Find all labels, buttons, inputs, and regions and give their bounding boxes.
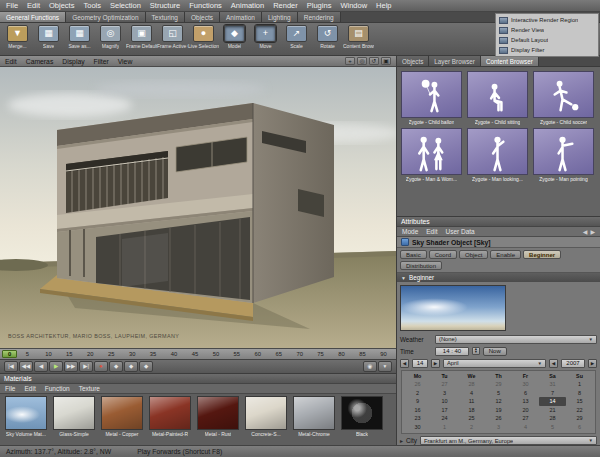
calendar-day[interactable]: 15 [566, 397, 593, 406]
calendar-day[interactable]: 3 [431, 389, 458, 398]
render-view-item[interactable]: Render View [497, 25, 597, 35]
calendar-day[interactable]: 2 [458, 423, 485, 432]
viewport-menu-item[interactable]: Filter [94, 58, 109, 65]
attributes-menu-item[interactable]: Mode [402, 228, 418, 235]
weather-dropdown[interactable]: (None) ▼ [435, 335, 597, 344]
scale-icon[interactable]: ↗ Scale [281, 25, 312, 55]
calendar-day[interactable]: 1 [431, 423, 458, 432]
now-button[interactable]: Now [483, 347, 507, 356]
menu-item[interactable]: Tools [83, 1, 101, 10]
material-item[interactable]: Metal-Painted-R [147, 396, 193, 443]
menu-item[interactable]: Edit [27, 1, 40, 10]
content-item[interactable]: Zygote - Child ballon [400, 71, 463, 125]
palette-tab[interactable]: Animation [220, 12, 262, 22]
view-maximize-icon[interactable]: ▣ [381, 57, 391, 65]
key-position-button[interactable]: ◆ [109, 361, 123, 372]
key-parameter-button[interactable]: ◉ [363, 361, 377, 372]
calendar-day[interactable]: 26 [404, 380, 431, 389]
manager-tab[interactable]: Layer Browser [429, 56, 481, 66]
viewport-menu-item[interactable]: Cameras [26, 58, 54, 65]
calendar-day[interactable]: 6 [566, 423, 593, 432]
next-day-button[interactable]: ▶ [431, 359, 440, 368]
frame-active-objects-icon[interactable]: ◱ Frame Active Objects [157, 25, 188, 55]
calendar-day[interactable]: 25 [458, 414, 485, 423]
menu-item[interactable]: Structure [150, 1, 180, 10]
time-field[interactable]: 14 : 40 [435, 347, 469, 356]
calendar-day[interactable]: 16 [404, 406, 431, 415]
palette-tab[interactable]: Lighting [262, 12, 298, 22]
calendar-day[interactable]: 29 [566, 414, 593, 423]
prev-key-button[interactable]: ◀◀ [19, 361, 33, 372]
time-stepper[interactable]: ▲▼ [472, 347, 480, 356]
timeline-ruler[interactable]: 051015202530354045505560657075808590 [0, 348, 396, 359]
palette-tab[interactable]: General Functions [0, 12, 66, 22]
calendar-day[interactable]: 9 [404, 397, 431, 406]
content-browser-icon[interactable]: ▤ Content Browser [343, 25, 374, 55]
content-item[interactable]: Zygote - Man & Wom... [400, 128, 463, 182]
calendar-day[interactable]: 2 [404, 389, 431, 398]
save-as-icon[interactable]: ▦ Save as... [64, 25, 95, 55]
calendar-day[interactable]: 31 [539, 380, 566, 389]
content-item[interactable]: Zygote - Man pointing [532, 128, 595, 182]
material-item[interactable]: Concrete-S... [243, 396, 289, 443]
content-item[interactable]: Zygote - Man looking... [466, 128, 529, 182]
viewport-menu-item[interactable]: View [118, 58, 133, 65]
interactive-render-region-item[interactable]: Interactive Render Region [497, 15, 597, 25]
calendar-day[interactable]: 21 [539, 406, 566, 415]
calendar-day[interactable]: 12 [485, 397, 512, 406]
menu-item[interactable]: Functions [189, 1, 222, 10]
menu-item[interactable]: File [6, 1, 18, 10]
calendar-day[interactable]: 4 [512, 423, 539, 432]
object-title-row[interactable]: Sky Shader Object [Sky] [397, 237, 600, 248]
materials-menu-item[interactable]: File [5, 385, 15, 392]
manager-tab[interactable]: Content Browser [481, 56, 539, 66]
calendar-day[interactable]: 3 [485, 423, 512, 432]
manager-tab[interactable]: Objects [397, 56, 429, 66]
calendar-day[interactable]: 11 [458, 397, 485, 406]
attributes-menu-item[interactable]: Edit [426, 228, 437, 235]
magnify-icon[interactable]: ◎ Magnify [95, 25, 126, 55]
calendar-day[interactable]: 27 [512, 414, 539, 423]
calendar-day[interactable]: 17 [431, 406, 458, 415]
playback-options-button[interactable]: ▾ [378, 361, 392, 372]
calendar-day[interactable]: 7 [539, 389, 566, 398]
calendar-day[interactable]: 22 [566, 406, 593, 415]
viewport-3d[interactable]: BOSS ARCHITEKTUR, MARIO BOSS, LAUPHEIM, … [0, 67, 396, 348]
month-dropdown[interactable]: April ▼ [443, 359, 546, 368]
goto-start-button[interactable]: |◀ [4, 361, 18, 372]
history-forward-icon[interactable]: ▶ [590, 228, 595, 235]
next-year-button[interactable]: ▶ [588, 359, 597, 368]
calendar-day[interactable]: 5 [485, 389, 512, 398]
attribute-tab[interactable]: Distribution [400, 261, 442, 270]
materials-menu-item[interactable]: Function [45, 385, 70, 392]
content-item[interactable]: Zygote - Child sitting [466, 71, 529, 125]
calendar-day[interactable]: 13 [512, 397, 539, 406]
palette-tab[interactable]: Texturing [146, 12, 185, 22]
view-rotate-icon[interactable]: ↺ [369, 57, 379, 65]
calendar-day[interactable]: 27 [431, 380, 458, 389]
calendar-day[interactable]: 4 [458, 389, 485, 398]
calendar-day[interactable]: 18 [458, 406, 485, 415]
day-field[interactable]: 14 [412, 359, 428, 368]
viewport-menu-item[interactable]: Edit [5, 58, 17, 65]
prev-frame-button[interactable]: ◀ [34, 361, 48, 372]
palette-tab[interactable]: Objects [185, 12, 220, 22]
calendar-day[interactable]: 28 [458, 380, 485, 389]
attribute-tab[interactable]: Coord [429, 250, 457, 259]
material-item[interactable]: Glass-Simple [51, 396, 97, 443]
key-scale-button[interactable]: ◆ [124, 361, 138, 372]
materials-menu-item[interactable]: Edit [24, 385, 35, 392]
attribute-tab[interactable]: Beginner [523, 250, 561, 259]
history-back-icon[interactable]: ◀ [583, 228, 588, 235]
calendar-day[interactable]: 5 [539, 423, 566, 432]
menu-item[interactable]: Render [273, 1, 298, 10]
play-forwards-button[interactable]: ▶ [49, 361, 63, 372]
calendar-day[interactable]: 24 [431, 414, 458, 423]
attribute-tab[interactable]: Basic [400, 250, 427, 259]
calendar-day[interactable]: 10 [431, 397, 458, 406]
display-filter-item[interactable]: Display Filter [497, 45, 597, 55]
calendar-day[interactable]: 20 [512, 406, 539, 415]
rotate-icon[interactable]: ↺ Rotate [312, 25, 343, 55]
record-keyframe-button[interactable]: ● [94, 361, 108, 372]
view-zoom-icon[interactable]: ◎ [357, 57, 367, 65]
